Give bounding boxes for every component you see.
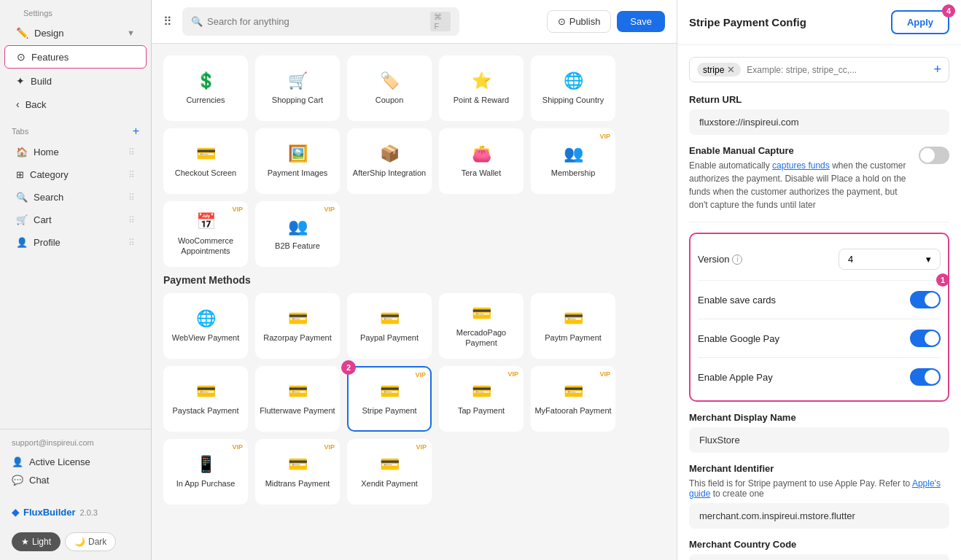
feature-card-tap[interactable]: VIP 💳 Tap Payment <box>439 366 524 432</box>
tera-wallet-icon: 👛 <box>472 144 491 163</box>
feature-card-mercadopago[interactable]: 💳 MercadoPago Payment <box>439 293 524 359</box>
features-icon: ⊙ <box>17 51 26 63</box>
apple-guide-desc2: to create one <box>713 489 764 499</box>
search-input[interactable] <box>207 16 426 27</box>
feature-card-shipping-country[interactable]: 🌐 Shipping Country <box>531 55 615 121</box>
feature-card-aftership[interactable]: 📦 AfterShip Integration <box>347 128 432 194</box>
version-value: 4 <box>848 254 853 265</box>
feature-card-paytm[interactable]: 💳 Paytm Payment <box>531 293 615 359</box>
home-label: Home <box>34 147 59 158</box>
stripe-tag: stripe ✕ <box>697 63 741 77</box>
grid-icon[interactable]: ⠿ <box>163 15 172 28</box>
vip-badge-inapp: VIP <box>232 443 243 451</box>
feature-card-midtrans[interactable]: VIP 💳 Midtrans Payment <box>255 439 340 505</box>
sidebar-item-design[interactable]: ✏️ Design ▼ <box>4 22 147 44</box>
tag-close-btn[interactable]: ✕ <box>727 64 735 75</box>
membership-label: Membership <box>551 168 596 178</box>
sidebar-item-back[interactable]: ‹ Back <box>4 93 147 115</box>
feature-card-payment-images[interactable]: 🖼️ Payment Images <box>255 128 340 194</box>
publish-label: Publish <box>569 16 601 27</box>
version-select[interactable]: 4 ▾ <box>839 249 941 270</box>
publish-icon: ⊙ <box>558 16 566 27</box>
design-label: Design <box>34 28 63 39</box>
feature-card-currencies[interactable]: 💲 Currencies <box>163 55 248 121</box>
feature-card-point-reward[interactable]: ⭐ Point & Reward <box>439 55 524 121</box>
coupon-icon: 🏷️ <box>380 71 400 90</box>
feature-card-webview[interactable]: 🌐 WebView Payment <box>163 293 248 359</box>
chat-item[interactable]: 💬 Chat <box>12 471 139 489</box>
vip-badge-stripe: VIP <box>415 371 426 378</box>
paytm-icon: 💳 <box>564 309 583 328</box>
vip-badge-woo: VIP <box>232 206 243 213</box>
xendit-icon: 💳 <box>380 455 400 474</box>
enable-apple-pay-toggle[interactable] <box>910 368 941 386</box>
shipping-country-label: Shipping Country <box>542 95 604 105</box>
features-label: Features <box>31 52 69 63</box>
add-tag-btn[interactable]: + <box>933 62 941 77</box>
search-label: Search <box>34 192 63 203</box>
category-label: Category <box>30 169 69 180</box>
sidebar-tab-profile[interactable]: 👤 Profile ⠿ <box>4 232 147 253</box>
vip-badge-tap: VIP <box>507 370 518 378</box>
feature-card-woocommerce[interactable]: VIP 📅 WooCommerce Appointments <box>163 201 248 267</box>
feature-card-membership[interactable]: VIP 👥 Membership <box>531 128 615 194</box>
add-tab-icon[interactable]: + <box>133 125 139 138</box>
search-icon: 🔍 <box>191 16 203 27</box>
version-info-icon: i <box>732 254 742 265</box>
save-button[interactable]: Save <box>617 11 665 32</box>
sidebar-bottom: support@inspireui.com 👤 Active License 💬… <box>0 429 151 498</box>
enable-google-pay-toggle[interactable] <box>910 330 941 347</box>
enable-capture-toggle[interactable] <box>919 147 949 164</box>
enable-capture-desc: Enable automatically captures funds when… <box>689 159 911 211</box>
tera-wallet-label: Tera Wallet <box>462 168 502 178</box>
sidebar-tab-search[interactable]: 🔍 Search ⠿ <box>4 187 147 208</box>
features-grid: 💲 Currencies 🛒 Shopping Cart 🏷️ Coupon ⭐… <box>152 44 677 560</box>
captures-funds-link[interactable]: captures funds <box>772 160 830 171</box>
feature-card-tera-wallet[interactable]: 👛 Tera Wallet <box>439 128 524 194</box>
feature-card-xendit[interactable]: VIP 💳 Xendit Payment <box>347 439 432 505</box>
feature-card-razorpay[interactable]: 💳 Razorpay Payment <box>255 293 340 359</box>
feature-card-shopping-cart[interactable]: 🛒 Shopping Cart <box>255 55 340 121</box>
sidebar-item-build[interactable]: ✦ Build <box>4 70 147 92</box>
feature-card-flutterwave[interactable]: 💳 Flutterwave Payment <box>255 366 340 432</box>
publish-button[interactable]: ⊙ Publish <box>547 10 612 33</box>
feature-card-inapp[interactable]: VIP 📱 In App Purchase <box>163 439 248 505</box>
feature-card-paystack[interactable]: 💳 Paystack Payment <box>163 366 248 432</box>
membership-icon: 👥 <box>564 144 583 163</box>
drag-handle: ⠿ <box>128 215 135 225</box>
sidebar-tab-home[interactable]: 🏠 Home ⠿ <box>4 141 147 163</box>
feature-card-stripe[interactable]: VIP 2 💳 Stripe Payment <box>347 366 432 432</box>
right-panel: Stripe Payment Config Apply 4 stripe ✕ +… <box>677 0 961 560</box>
feature-card-b2b[interactable]: VIP 👥 B2B Feature <box>255 201 340 267</box>
vip-badge-xendit: VIP <box>416 443 427 451</box>
dark-label: Dark <box>88 537 106 547</box>
light-theme-btn[interactable]: ★ Light <box>12 532 61 551</box>
tabs-header: Tabs + <box>0 116 151 141</box>
cart-label: Cart <box>34 214 52 225</box>
checkout-icon: 💳 <box>196 144 216 163</box>
feature-card-paypal[interactable]: 💳 Paypal Payment <box>347 293 432 359</box>
tap-label: Tap Payment <box>458 405 505 416</box>
enable-capture-section: Enable Manual Capture Enable automatical… <box>689 145 949 211</box>
apply-button[interactable]: Apply <box>891 10 949 34</box>
apply-badge: 4 <box>942 4 955 18</box>
feature-card-coupon[interactable]: 🏷️ Coupon <box>347 55 432 121</box>
feature-card-myfatoorah[interactable]: VIP 💳 MyFatoorah Payment <box>531 366 615 432</box>
sidebar-tab-category[interactable]: ⊞ Category ⠿ <box>4 164 147 185</box>
active-license-item[interactable]: 👤 Active License <box>12 453 139 471</box>
enable-save-cards-label: Enable save cards <box>698 295 776 306</box>
apply-btn-wrapper: Apply 4 <box>891 10 949 34</box>
feature-card-checkout[interactable]: 💳 Checkout Screen <box>163 128 248 194</box>
enable-save-cards-toggle[interactable] <box>910 291 941 308</box>
payment-images-label: Payment Images <box>268 168 328 178</box>
dark-theme-btn[interactable]: 🌙 Dark <box>65 532 116 551</box>
flutterwave-label: Flutterwave Payment <box>260 405 335 416</box>
settings-label: Settings <box>12 0 64 20</box>
vip-badge-midtrans: VIP <box>324 443 335 451</box>
tag-input-field[interactable] <box>747 65 927 75</box>
moon-icon: 🌙 <box>74 537 85 547</box>
sidebar-item-features[interactable]: ⊙ Features 1 <box>4 45 147 69</box>
enable-google-pay-label: Enable Google Pay <box>698 333 779 344</box>
sidebar-tab-cart[interactable]: 🛒 Cart ⠿ <box>4 209 147 230</box>
tag-input-row[interactable]: stripe ✕ + <box>689 57 949 82</box>
